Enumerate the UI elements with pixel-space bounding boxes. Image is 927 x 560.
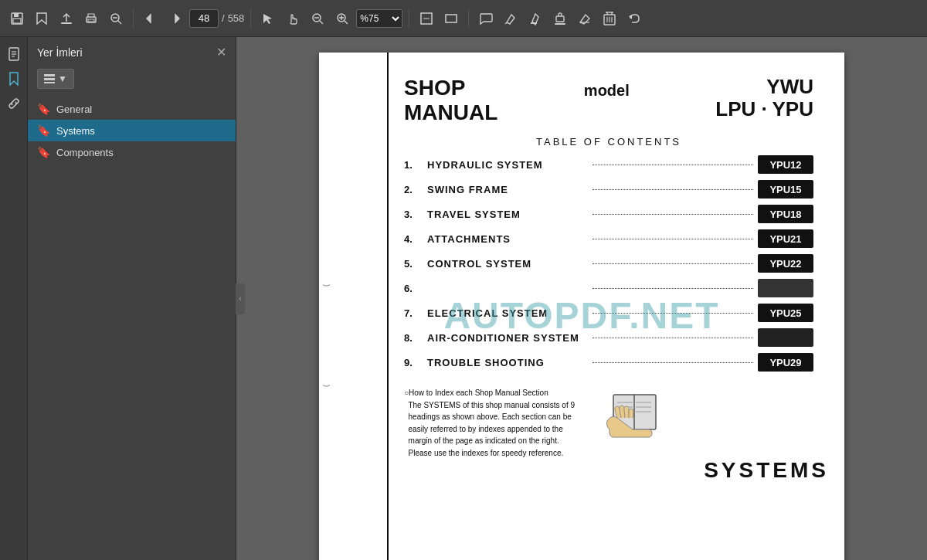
- model-center: model: [584, 76, 630, 100]
- eraser-icon[interactable]: [574, 8, 596, 29]
- sidebar-title: Yer İmleri: [37, 46, 83, 59]
- page-footer: ○How to Index each Shop Manual Section T…: [404, 387, 813, 460]
- toc-row-1[interactable]: 1. HYDRAULIC SYSTEM YPU12: [404, 155, 813, 174]
- svg-rect-24: [446, 15, 457, 22]
- highlighter-icon[interactable]: [525, 8, 546, 29]
- pen-icon[interactable]: [500, 8, 521, 29]
- toc-label-8: AIR-CONDITIONER SYSTEM: [427, 332, 588, 344]
- undo-icon[interactable]: [623, 8, 645, 29]
- toc-dots-5: [593, 263, 753, 264]
- svg-rect-6: [88, 19, 94, 22]
- strip-bookmark-icon[interactable]: [3, 68, 25, 90]
- sep3: [409, 9, 409, 28]
- sep2: [250, 9, 251, 28]
- zoom-select[interactable]: %75: [356, 9, 402, 28]
- cursor-icon[interactable]: [257, 8, 279, 29]
- page-total: 558: [228, 12, 245, 24]
- left-page-marks: ): [323, 284, 331, 287]
- toc-num-3: 3.: [404, 209, 427, 220]
- toc-label-3: TRAVEL SYSTEM: [427, 209, 588, 220]
- toc-badge-1: YPU12: [758, 155, 813, 174]
- toc-row-9[interactable]: 9. TROUBLE SHOOTING YPU29: [404, 353, 813, 372]
- toc-label-5: CONTROL SYSTEM: [427, 258, 588, 270]
- footer-note-text: ○How to Index each Shop Manual Section T…: [404, 387, 575, 459]
- zoom-out2-icon[interactable]: [307, 8, 328, 29]
- svg-marker-37: [629, 15, 632, 19]
- toc-num-8: 8.: [404, 332, 427, 344]
- sidebar-panel: Yer İmleri ✕ ▼ 🔖 General 🔖 Systems 🔖 Com…: [28, 37, 236, 560]
- save-icon[interactable]: [6, 8, 28, 29]
- sidebar-collapse-handle[interactable]: ‹: [236, 283, 245, 314]
- document-area[interactable]: AUTOPDF.NET SHOP MANUAL model YWU LPU · …: [236, 37, 927, 560]
- model-label: model: [584, 82, 630, 100]
- next-page-icon[interactable]: [165, 8, 186, 29]
- bookmark-toolbar-icon[interactable]: [31, 8, 53, 29]
- vertical-line: [387, 53, 389, 560]
- zoom-in-icon[interactable]: [331, 8, 353, 29]
- hand-icon[interactable]: [282, 8, 304, 29]
- toc-label-9: TROUBLE SHOOTING: [427, 357, 588, 368]
- footer-note-content: How to Index each Shop Manual Section Th…: [404, 389, 575, 457]
- shop-manual-title: SHOP MANUAL: [404, 76, 497, 125]
- stamp-icon[interactable]: [549, 8, 571, 29]
- toc-row-4[interactable]: 4. ATTACHMENTS YPU21: [404, 229, 813, 248]
- sidebar-header: Yer İmleri ✕: [28, 37, 236, 66]
- bookmark-systems-label: Systems: [56, 125, 95, 137]
- print-icon[interactable]: [80, 8, 102, 29]
- toc-num-4: 4.: [404, 233, 427, 245]
- sep1: [133, 9, 134, 28]
- bookmark-systems-icon: 🔖: [37, 124, 50, 137]
- toc-label-1: HYDRAULIC SYSTEM: [427, 159, 588, 171]
- toc-badge-2: YPU15: [758, 180, 813, 199]
- toc-dots-9: [593, 362, 753, 363]
- svg-line-8: [118, 21, 121, 24]
- svg-rect-4: [61, 22, 72, 24]
- toc-title: TABLE OF CONTENTS: [404, 136, 813, 148]
- toc-num-9: 9.: [404, 357, 427, 368]
- svg-marker-10: [146, 14, 151, 23]
- toc-row-2[interactable]: 2. SWING FRAME YPU15: [404, 180, 813, 199]
- svg-rect-44: [44, 78, 55, 80]
- toc-row-6[interactable]: 6.: [404, 279, 813, 297]
- left-page-marks-2: ): [323, 385, 331, 387]
- page-input-group: / 558: [189, 9, 244, 28]
- page-header: SHOP MANUAL model YWU LPU · YPU: [404, 76, 813, 125]
- svg-line-16: [320, 21, 323, 24]
- comment-icon[interactable]: [475, 8, 497, 29]
- upload-icon[interactable]: [56, 8, 77, 29]
- fit-width-icon[interactable]: [440, 8, 462, 29]
- bookmark-item-components[interactable]: 🔖 Components: [28, 141, 236, 163]
- zoom-out-icon[interactable]: [105, 8, 127, 29]
- strip-page-icon[interactable]: [3, 43, 25, 65]
- strip-link-icon[interactable]: [3, 93, 25, 114]
- document-page: AUTOPDF.NET SHOP MANUAL model YWU LPU · …: [319, 53, 844, 560]
- sidebar-view-button[interactable]: ▼: [37, 69, 74, 89]
- prev-page-icon[interactable]: [140, 8, 161, 29]
- toc-row-7[interactable]: 7. ELECTRICAL SYSTEM YPU25: [404, 304, 813, 322]
- toc-num-2: 2.: [404, 184, 427, 195]
- bookmark-item-general[interactable]: 🔖 General: [28, 98, 236, 120]
- fit-page-icon[interactable]: [416, 8, 437, 29]
- systems-bottom-label: SYSTEMS: [704, 458, 829, 483]
- toc-badge-7: YPU25: [758, 304, 813, 322]
- toc-dots-4: [593, 239, 753, 239]
- main-toolbar: / 558 %75: [0, 0, 927, 37]
- toc-row-3[interactable]: 3. TRAVEL SYSTEM YPU18: [404, 205, 813, 223]
- svg-rect-1: [14, 13, 19, 17]
- toc-label-4: ATTACHMENTS: [427, 233, 588, 245]
- toc-num-6: 6.: [404, 283, 427, 294]
- bookmark-item-systems[interactable]: 🔖 Systems: [28, 120, 236, 141]
- delete-icon[interactable]: [599, 8, 620, 29]
- toc-row-5[interactable]: 5. CONTROL SYSTEM YPU22: [404, 254, 813, 273]
- toc-num-7: 7.: [404, 307, 427, 319]
- svg-marker-14: [263, 14, 272, 24]
- page-number-input[interactable]: [189, 9, 219, 28]
- left-icon-strip: [0, 37, 28, 560]
- toc-row-8[interactable]: 8. AIR-CONDITIONER SYSTEM: [404, 328, 813, 347]
- svg-rect-45: [44, 82, 55, 83]
- sidebar-close-button[interactable]: ✕: [216, 45, 226, 59]
- svg-marker-42: [10, 73, 18, 85]
- toc-badge-8: [758, 328, 813, 347]
- main-layout: Yer İmleri ✕ ▼ 🔖 General 🔖 Systems 🔖 Com…: [0, 37, 927, 560]
- illustration: [590, 387, 675, 460]
